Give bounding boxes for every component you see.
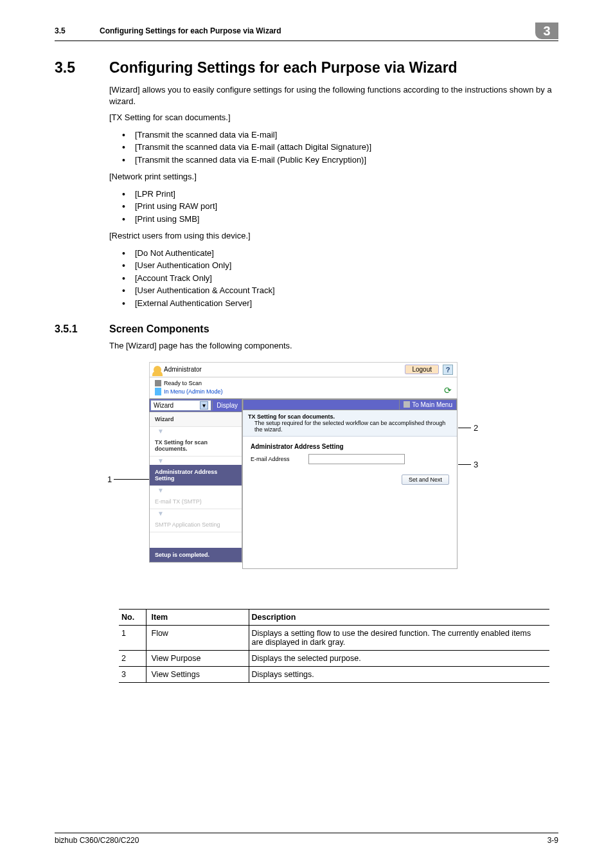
cell-no: 3 <box>119 666 146 682</box>
wizard-topbar: Administrator Logout ? <box>149 362 458 377</box>
cell-desc: Displays the selected purpose. <box>249 650 549 666</box>
callout-1: 1 <box>107 475 112 484</box>
list-item: [LPR Print] <box>109 188 558 201</box>
footer-product: bizhub C360/C280/C220 <box>55 836 139 845</box>
set-and-next-button[interactable]: Set and Next <box>402 475 449 485</box>
section-heading-number: 3.5 <box>55 59 109 77</box>
to-main-menu-button[interactable]: To Main Menu <box>399 400 456 410</box>
menu-mode-text: In Menu (Admin Mode) <box>164 388 223 395</box>
flow-arrow-icon: ▼ <box>150 457 242 465</box>
list-item: [Transmit the scanned data via E-mail] <box>109 129 558 141</box>
flow-step-smtp-app: SMTP Application Setting <box>150 518 242 532</box>
list-item: [External Authentication Server] <box>109 297 558 310</box>
logout-button[interactable]: Logout <box>405 365 439 374</box>
components-table: No. Item Description 1 Flow Displays a s… <box>119 609 549 683</box>
status-menu-mode: In Menu (Admin Mode) <box>155 388 453 395</box>
group3-list: [Do Not Authenticate] [User Authenticati… <box>109 247 558 310</box>
group1-label: [TX Setting for scan documents.] <box>109 112 558 123</box>
settings-group-title: Administrator Address Setting <box>251 443 449 450</box>
wizard-flow: Wizard ▼ TX Setting for scan documents. … <box>149 412 242 563</box>
th-desc: Description <box>249 609 549 625</box>
subsection-heading-number: 3.5.1 <box>55 323 109 335</box>
group2-label: [Network print settings.] <box>109 171 558 183</box>
banner-title: TX Setting for scan documents. <box>248 413 452 420</box>
email-address-label: E-mail Address <box>251 456 302 462</box>
refresh-button[interactable]: ⟳ <box>443 385 453 395</box>
callout-3: 3 <box>474 460 478 469</box>
status-ready: Ready to Scan <box>155 380 453 386</box>
list-item: [User Authentication Only] <box>109 259 558 272</box>
table-row: 2 View Purpose Displays the selected pur… <box>119 650 549 666</box>
wizard-screenshot-figure: 1 2 3 Administrator Logout ? Ready to Sc… <box>114 362 499 600</box>
wizard-settings-body: Administrator Address Setting E-mail Add… <box>243 437 457 568</box>
cell-no: 2 <box>119 650 146 666</box>
wizard-screenshot: Administrator Logout ? Ready to Scan In … <box>149 362 458 569</box>
list-item: [User Authentication & Account Track] <box>109 284 558 297</box>
banner-subtitle: The setup required for the selected work… <box>248 420 452 433</box>
callout-line <box>458 464 471 465</box>
cell-desc: Displays settings. <box>249 666 549 682</box>
admin-label: Administrator <box>154 366 202 374</box>
callout-2: 2 <box>474 423 478 433</box>
flow-step-email-tx: E-mail TX (SMTP) <box>150 494 242 509</box>
section-heading: 3.5 Configuring Settings for each Purpos… <box>55 59 558 77</box>
group3-label: [Restrict users from using this device.] <box>109 230 558 242</box>
cell-item: Flow <box>146 625 249 650</box>
subsection-paragraph: The [Wizard] page has the following comp… <box>109 340 558 352</box>
page-footer: bizhub C360/C280/C220 3-9 <box>55 833 558 845</box>
flow-arrow-icon: ▼ <box>150 486 242 494</box>
intro-paragraph: [Wizard] allows you to easily configure … <box>109 84 558 107</box>
subsection-heading: 3.5.1 Screen Components <box>55 323 558 335</box>
printer-icon <box>155 380 161 386</box>
cell-no: 1 <box>119 625 146 650</box>
table-row: 1 Flow Displays a setting flow to use th… <box>119 625 549 650</box>
document-icon <box>155 388 161 395</box>
admin-label-text: Administrator <box>164 366 202 373</box>
wizard-left-column: Wizard ▾ Display Wizard ▼ TX Setting for… <box>149 399 242 569</box>
header-section-number: 3.5 <box>55 26 100 35</box>
ready-text: Ready to Scan <box>164 380 202 386</box>
wizard-purpose-banner: TX Setting for scan documents. The setup… <box>243 410 457 437</box>
th-no: No. <box>119 609 146 625</box>
display-button[interactable]: Display <box>212 401 242 410</box>
person-icon <box>154 366 161 374</box>
running-header: 3.5 Configuring Settings for each Purpos… <box>55 23 558 41</box>
list-item: [Account Track Only] <box>109 272 558 285</box>
cell-item: View Settings <box>146 666 249 682</box>
group1-list: [Transmit the scanned data via E-mail] [… <box>109 129 558 167</box>
list-item: [Print using RAW port] <box>109 200 558 213</box>
cell-item: View Purpose <box>146 650 249 666</box>
cell-desc: Displays a setting flow to use the desir… <box>249 625 549 650</box>
header-section-title: Configuring Settings for each Purpose vi… <box>100 26 535 35</box>
to-main-menu-label: To Main Menu <box>412 401 452 408</box>
wizard-dropdown-value: Wizard <box>154 402 173 409</box>
list-item: [Transmit the scanned data via E-mail (P… <box>109 154 558 167</box>
wizard-right-column: To Main Menu TX Setting for scan documen… <box>242 399 458 569</box>
footer-page-number: 3-9 <box>547 836 558 845</box>
help-button[interactable]: ? <box>443 365 453 375</box>
th-item: Item <box>146 609 249 625</box>
email-address-input[interactable] <box>308 454 405 464</box>
flow-arrow-icon: ▼ <box>150 509 242 518</box>
subsection-heading-title: Screen Components <box>109 323 209 335</box>
table-row: 3 View Settings Displays settings. <box>119 666 549 682</box>
flow-header: Wizard <box>150 412 242 427</box>
main-menu-icon <box>404 401 410 408</box>
callout-line <box>114 479 149 480</box>
group2-list: [LPR Print] [Print using RAW port] [Prin… <box>109 188 558 226</box>
wizard-select-bar: Wizard ▾ Display <box>149 399 242 412</box>
list-item: [Transmit the scanned data via E-mail (a… <box>109 141 558 154</box>
flow-step-admin-address[interactable]: Administrator Address Setting <box>150 465 242 486</box>
flow-step-setup-completed: Setup is completed. <box>150 548 242 562</box>
wizard-statusbar: Ready to Scan In Menu (Admin Mode) ⟳ <box>149 377 458 399</box>
email-address-row: E-mail Address <box>251 454 449 464</box>
section-heading-title: Configuring Settings for each Purpose vi… <box>109 59 458 77</box>
flow-arrow-icon: ▼ <box>150 427 242 435</box>
wizard-dropdown[interactable]: Wizard ▾ <box>150 400 211 411</box>
wizard-right-bar: To Main Menu <box>243 399 457 410</box>
chapter-number-box: 3 <box>535 23 558 39</box>
list-item: [Do Not Authenticate] <box>109 247 558 260</box>
list-item: [Print using SMB] <box>109 213 558 226</box>
flow-step-tx-setting[interactable]: TX Setting for scan documents. <box>150 435 242 457</box>
callout-line <box>458 428 471 428</box>
